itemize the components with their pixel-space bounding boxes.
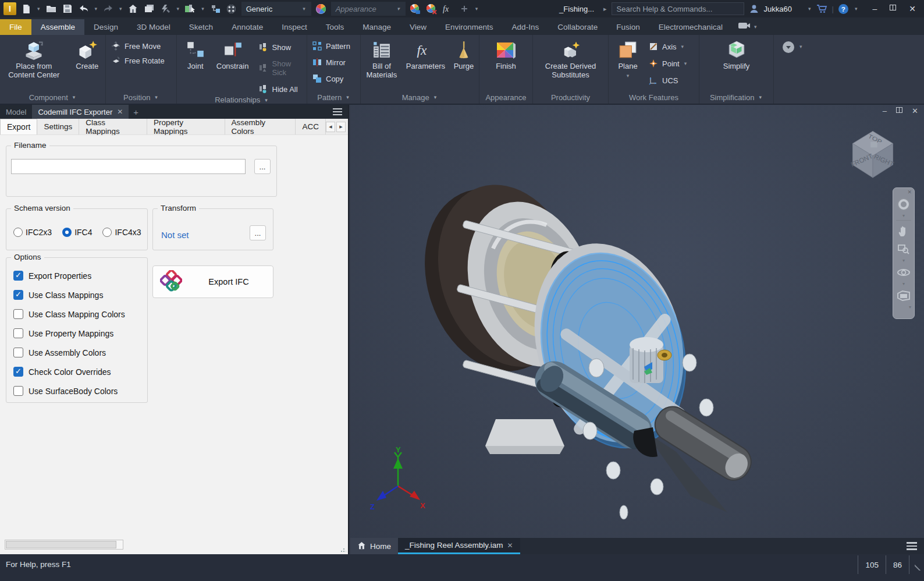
tab-file[interactable]: File [0, 19, 31, 35]
group-dropdown[interactable]: ▾ [264, 97, 269, 103]
option-use-class-mappings[interactable]: Use Class Mappings [13, 290, 103, 300]
material-select-icon[interactable] [184, 2, 197, 15]
component-swap-icon[interactable] [209, 2, 222, 15]
panel-horizontal-scrollbar[interactable] [5, 540, 123, 550]
view-cube[interactable]: TOP FRONT RIGHT [845, 123, 901, 179]
new-file-dropdown[interactable]: ▾ [36, 6, 41, 12]
quick-access-overflow-icon[interactable]: ▾ [474, 6, 479, 12]
panel-tab-codemill-ifc-exporter[interactable]: Codemill IFC Exporter ✕ [32, 105, 129, 119]
tab-electromechanical[interactable]: Electromechanical [649, 19, 732, 35]
option-use-property-mappings[interactable]: Use Property Mappings [13, 328, 113, 338]
isometric-view-icon[interactable] [143, 2, 156, 15]
subtab-export[interactable]: Export [0, 119, 37, 134]
close-tab-icon[interactable]: ✕ [117, 108, 123, 116]
undo-dropdown[interactable]: ▾ [94, 6, 99, 12]
plane-button[interactable]: Plane ▾ [613, 38, 642, 82]
update-dropdown[interactable]: ▾ [176, 6, 181, 12]
transform-value-link[interactable]: Not set [161, 230, 189, 240]
restore-button[interactable] [890, 5, 896, 10]
subtab-settings[interactable]: Settings [37, 119, 79, 134]
axis-dropdown[interactable]: ▾ [680, 44, 685, 49]
panel-menu-icon[interactable] [333, 108, 342, 115]
show-relationships-button[interactable]: Show [256, 41, 305, 54]
group-dropdown[interactable]: ▾ [72, 94, 77, 100]
tab-tools[interactable]: Tools [317, 19, 354, 35]
purge-button[interactable]: Purge [451, 38, 477, 72]
tab-collaborate[interactable]: Collaborate [548, 19, 607, 35]
pattern-button[interactable]: Pattern [310, 40, 353, 52]
free-rotate-button[interactable]: Free Rotate [108, 54, 167, 67]
assistant-dropdown[interactable]: ▾ [798, 44, 804, 49]
redo-dropdown[interactable]: ▾ [118, 6, 123, 12]
place-from-content-center-button[interactable]: Place from Content Center [2, 38, 66, 80]
axis-button[interactable]: Axis ▾ [646, 40, 690, 53]
tab-manage[interactable]: Manage [353, 19, 400, 35]
finish-button[interactable]: Finish [488, 38, 525, 72]
export-ifc-button[interactable]: Export IFC [152, 265, 273, 298]
save-icon[interactable] [61, 2, 74, 15]
close-tab-icon[interactable]: ✕ [507, 541, 513, 550]
transform-browse-button[interactable]: ... [250, 225, 266, 240]
user-avatar-icon[interactable] [748, 2, 760, 15]
new-file-icon[interactable] [20, 2, 33, 15]
orbit-icon[interactable] [895, 264, 912, 281]
fishing-reel-assembly-tab[interactable]: _Fishing Reel Assembly.iam ✕ [398, 538, 520, 554]
add-panel-tab-button[interactable]: + [129, 107, 143, 117]
open-icon[interactable] [45, 2, 58, 15]
appearance-ball-icon[interactable] [225, 2, 238, 15]
point-dropdown[interactable]: ▾ [683, 61, 688, 66]
close-button[interactable]: ✕ [909, 4, 916, 13]
mirror-button[interactable]: Mirror [310, 56, 353, 69]
panel-resize-grip[interactable] [340, 547, 346, 552]
subtab-scroll-right-icon[interactable]: ▶ [336, 122, 346, 132]
simplify-button[interactable]: Simplify [716, 38, 757, 72]
redo-icon[interactable] [102, 2, 115, 15]
subtab-acc[interactable]: ACC [296, 119, 326, 134]
create-derived-substitutes-button[interactable]: Create Derived Substitutes [536, 38, 605, 80]
clear-appearance-icon[interactable] [425, 2, 438, 15]
local-update-icon[interactable] [159, 2, 172, 15]
free-move-button[interactable]: Free Move [108, 40, 167, 52]
plane-dropdown[interactable]: ▾ [626, 72, 631, 80]
joint-button[interactable]: Joint [182, 38, 209, 72]
constrain-button[interactable]: Constrain [214, 38, 251, 72]
doc-close-button[interactable]: ✕ [912, 107, 918, 115]
tab-environments[interactable]: Environments [436, 19, 503, 35]
document-tabs-menu-icon[interactable] [907, 542, 917, 550]
zoom-dropdown[interactable]: ▾ [902, 258, 905, 263]
inventor-logo-icon[interactable]: I [3, 2, 16, 15]
camera-presentation-icon[interactable] [738, 22, 751, 32]
tab-fusion[interactable]: Fusion [607, 19, 649, 35]
show-sick-button[interactable]: Show Sick [256, 58, 305, 78]
document-switcher[interactable]: _Fishing... [555, 5, 599, 13]
minimize-button[interactable]: – [872, 4, 877, 13]
wheel-dropdown[interactable]: ▾ [902, 214, 905, 218]
adjust-appearance-icon[interactable] [409, 2, 422, 15]
material-dropdown[interactable]: ▾ [200, 6, 205, 12]
home-icon[interactable] [127, 2, 140, 15]
tab-3d-model[interactable]: 3D Model [127, 19, 180, 35]
tab-add-ins[interactable]: Add-Ins [503, 19, 549, 35]
user-name[interactable]: Jukka60 [764, 5, 792, 13]
option-export-properties[interactable]: Export Properties [13, 271, 91, 281]
parameters-button[interactable]: fx Parameters [404, 38, 447, 72]
pan-hand-icon[interactable] [895, 222, 912, 240]
tab-annotate[interactable]: Annotate [222, 19, 272, 35]
store-cart-icon[interactable] [816, 2, 829, 15]
filename-browse-button[interactable]: ... [254, 159, 271, 174]
orbit-dropdown[interactable]: ▾ [902, 282, 905, 286]
option-check-color-overrides[interactable]: Check Color Overrides [13, 367, 111, 377]
group-dropdown[interactable]: ▾ [433, 94, 438, 100]
user-dropdown[interactable]: ▾ [807, 6, 812, 12]
help-dropdown[interactable]: ▾ [854, 6, 859, 12]
steering-wheel-icon[interactable] [895, 196, 912, 213]
tab-design[interactable]: Design [84, 19, 127, 35]
group-dropdown[interactable]: ▾ [758, 94, 763, 100]
doc-minimize-button[interactable]: – [883, 107, 887, 115]
doc-switcher-arrow-icon[interactable]: ▸ [602, 5, 608, 13]
group-dropdown[interactable]: ▾ [154, 94, 159, 100]
option-use-assembly-colors[interactable]: Use Assembly Colors [13, 348, 106, 357]
bill-of-materials-button[interactable]: Bill of Materials [363, 38, 400, 80]
subtab-assembly-colors[interactable]: Assembly Colors [225, 119, 296, 134]
navbar-overflow-icon[interactable]: ▾ [909, 305, 911, 310]
